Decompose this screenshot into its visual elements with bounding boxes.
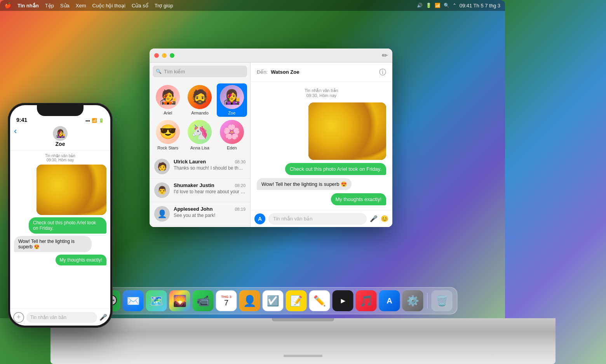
input-icons: 🎤 😊: [370, 215, 388, 222]
compose-icon[interactable]: ✏: [382, 51, 388, 60]
window-titlebar: ✏: [150, 49, 392, 62]
dock-freeform[interactable]: ✏️: [309, 290, 330, 311]
ulrick-avatar: 🧑: [154, 159, 170, 174]
menu-window[interactable]: Cửa sổ: [132, 3, 148, 9]
iphone-mic-icon[interactable]: 🎤: [99, 314, 107, 321]
conversation-item-appleseed[interactable]: 👤 Appleseed John 08:19 See you at the pa…: [150, 202, 250, 226]
iphone-input-placeholder: Tin nhắn văn bản: [30, 315, 66, 320]
armando-name: Armando: [191, 111, 209, 115]
shumaker-name: Shumaker Justin: [174, 182, 214, 188]
ulrick-preview: Thanks so much! I should be there by 9:0…: [174, 165, 246, 171]
minimize-button[interactable]: [162, 53, 167, 58]
annalisa-avatar: 🦄: [188, 120, 212, 144]
iphone-input-area: + Tin nhắn văn bản 🎤: [10, 309, 110, 326]
dock-facetime[interactable]: 📹: [193, 290, 214, 311]
message-input[interactable]: Tin nhắn văn bản: [268, 213, 367, 225]
iphone-msg-header: ‹ 👩‍🎤 Zoe: [10, 125, 110, 151]
wifi-icon: 📶: [435, 3, 441, 8]
sent-bubble-1: Check out this photo Ariel took on Frida…: [285, 163, 386, 175]
dock-trash[interactable]: 🗑️: [432, 290, 453, 311]
dock-photos[interactable]: 🌄: [169, 290, 190, 311]
info-icon[interactable]: ⓘ: [379, 68, 386, 77]
iphone-battery-icon: 🔋: [99, 118, 104, 123]
ulrick-time: 08:30: [235, 159, 246, 164]
chat-timestamp: Tin nhắn văn bản 09:30, Hôm nay: [257, 88, 386, 98]
appleseed-content: Appleseed John 08:19 See you at the park…: [174, 206, 246, 218]
dock-appstore[interactable]: A: [379, 290, 400, 311]
iphone-message-input[interactable]: Tin nhắn văn bản: [26, 312, 97, 323]
shumaker-avatar: 👨: [154, 182, 170, 198]
maximize-button[interactable]: [170, 53, 174, 58]
dock-appletv[interactable]: ▶: [333, 290, 354, 311]
iphone: 9:41 ▪▪▪ 📶 🔋 ‹ 👩‍🎤 Zoe Tin nhắn văn bản …: [8, 103, 113, 328]
received-bubble-1: Wow! Tell her the lighting is superb 😍: [257, 178, 352, 190]
iphone-sunflower-image: [37, 165, 106, 215]
iphone-clock: 9:41: [16, 117, 27, 123]
dock-notes[interactable]: 📝: [286, 290, 307, 311]
pinned-contact-ariel[interactable]: 🧑‍🎤 Ariel: [153, 83, 183, 117]
menu-app-name[interactable]: Tin nhắn: [17, 3, 39, 9]
pinned-contact-eden[interactable]: 🌸 Eden: [217, 118, 247, 152]
shumaker-time: 08:20: [235, 183, 246, 188]
pinned-contacts: 🧑‍🎤 Ariel 🧔 Armando 👩‍🎤 Zoe: [150, 80, 250, 155]
pinned-contact-rockstars[interactable]: 😎 Rock Stars: [153, 118, 183, 152]
dock-maps[interactable]: 🗺️: [146, 290, 167, 311]
close-button[interactable]: [154, 53, 159, 58]
macbook-body: [50, 318, 556, 364]
dock-contacts[interactable]: 👤: [239, 290, 260, 311]
dock-reminders[interactable]: ☑️: [263, 290, 284, 311]
iphone-add-button[interactable]: +: [13, 312, 24, 323]
menu-edit[interactable]: Sửa: [60, 3, 70, 9]
appleseed-preview: See you at the park!: [174, 213, 246, 218]
ulrick-header: Ulrick Lauren 08:30: [174, 159, 246, 165]
menu-view[interactable]: Xem: [76, 3, 86, 9]
ariel-avatar: 🧑‍🎤: [156, 85, 180, 109]
appleseed-header: Appleseed John 08:19: [174, 206, 246, 212]
menu-bar-right: 🔊 🔋 📶 🔍 ⌃ 09:41 Th 5 7 thg 3: [417, 3, 500, 9]
dock-settings[interactable]: ⚙️: [402, 290, 423, 311]
menu-file[interactable]: Tệp: [45, 3, 54, 9]
iphone-sent-bubble-2: My thoughts exactly!: [56, 255, 106, 265]
apps-icon[interactable]: A: [254, 213, 265, 224]
chat-contact-name: Watson Zoe: [271, 69, 299, 75]
appleseed-name: Appleseed John: [174, 206, 212, 212]
search-icon: 🔍: [156, 69, 162, 74]
shumaker-content: Shumaker Justin 08:20 I'd love to hear m…: [174, 182, 246, 194]
photo-message: [308, 102, 386, 160]
dock-music[interactable]: 🎵: [356, 290, 377, 311]
iphone-sent-bubble-1: Check out this photo Ariel took on Frida…: [29, 217, 106, 234]
iphone-signal-icon: ▪▪▪: [85, 118, 90, 123]
pinned-contact-zoe[interactable]: 👩‍🎤 Zoe: [217, 83, 247, 117]
dock-mail[interactable]: ✉️: [123, 290, 144, 311]
siri-icon[interactable]: ⌃: [453, 3, 456, 8]
apple-logo-icon[interactable]: 🍎: [5, 2, 11, 9]
ulrick-name: Ulrick Lauren: [174, 159, 206, 165]
conversation-item-shumaker[interactable]: 👨 Shumaker Justin 08:20 I'd love to hear…: [150, 179, 250, 202]
iphone-wifi-icon: 📶: [92, 118, 97, 123]
zoe-avatar: 👩‍🎤: [220, 85, 244, 109]
dictation-icon[interactable]: 🎤: [370, 215, 378, 222]
iphone-back-button[interactable]: ‹: [14, 126, 17, 136]
menu-conversation[interactable]: Cuộc hội thoại: [92, 3, 125, 9]
conversation-item-ulrick[interactable]: 🧑 Ulrick Lauren 08:30 Thanks so much! I …: [150, 155, 250, 179]
chat-header: Đến: Watson Zoe ⓘ: [251, 62, 392, 82]
macbook-touchpad-hint: [284, 355, 322, 357]
iphone-notch: [37, 105, 84, 116]
search-bar[interactable]: 🔍 Tìm kiếm: [153, 66, 247, 77]
eden-name: Eden: [227, 146, 237, 150]
shumaker-header: Shumaker Justin 08:20: [174, 182, 246, 188]
search-menubar-icon[interactable]: 🔍: [444, 3, 449, 8]
pinned-contact-armando[interactable]: 🧔 Armando: [185, 83, 215, 117]
iphone-contact-avatar: 👩‍🎤: [53, 126, 68, 141]
emoji-icon[interactable]: 😊: [381, 215, 388, 222]
chat-to-label: Đến:: [257, 69, 268, 75]
iphone-chat: Tin nhắn văn bản 09:30, Hôm nay Check ou…: [10, 151, 110, 309]
battery-icon: 🔋: [426, 3, 432, 8]
pinned-contact-annalisa[interactable]: 🦄 Anna Lisa: [185, 118, 215, 152]
message-input-placeholder: Tin nhắn văn bản: [273, 216, 313, 222]
menu-help[interactable]: Trợ giúp: [155, 3, 173, 9]
conversation-list: 🧑 Ulrick Lauren 08:30 Thanks so much! I …: [150, 155, 250, 227]
dock-calendar[interactable]: THG 3 7: [216, 290, 237, 311]
armando-avatar: 🧔: [188, 85, 212, 109]
menu-bar: 🍎 Tin nhắn Tệp Sửa Xem Cuộc hội thoại Cử…: [0, 0, 505, 11]
